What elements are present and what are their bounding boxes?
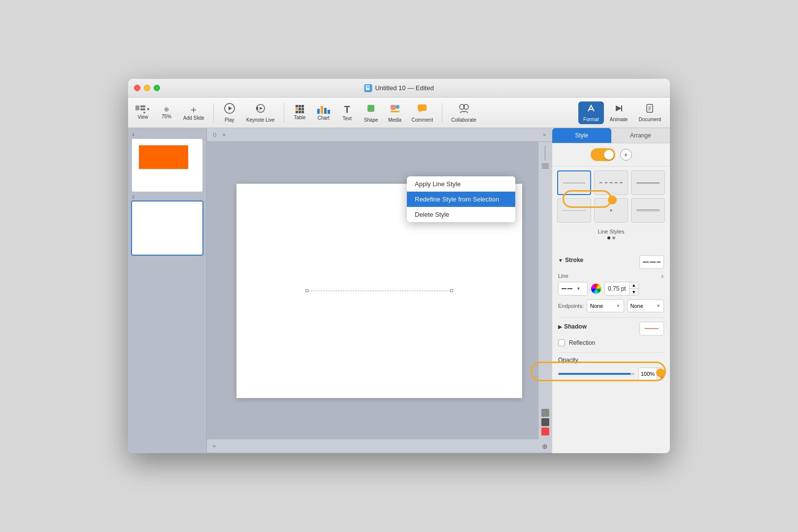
keynote-live-button[interactable]: Keynote Live [242,101,279,125]
format-button[interactable]: Format [578,101,604,124]
endpoints-right-select[interactable]: None ▼ [627,299,665,312]
swatch-gray [541,409,549,417]
table-icon [296,105,304,113]
svg-rect-1 [366,86,369,87]
tab-arrange[interactable]: Arrange [611,128,670,143]
chart-button[interactable]: Chart [313,103,334,123]
scroll-indicator [545,146,545,161]
opacity-up[interactable]: ▲ [657,367,664,374]
animate-icon [614,103,624,115]
close-button[interactable] [134,85,140,91]
opacity-slider[interactable] [558,373,634,375]
opacity-label: Opacity [558,357,664,364]
separator-1 [213,103,214,123]
preset-4[interactable] [557,198,591,223]
stroke-type-icon [643,262,661,263]
svg-marker-21 [616,105,622,111]
slide-1-thumbnail[interactable] [131,138,203,193]
dot-2 [612,236,615,239]
comment-icon [417,103,428,116]
slide-1-orange-rect [139,145,188,169]
preset-5[interactable] [594,198,628,223]
add-style-button[interactable]: + [620,149,632,161]
opacity-value[interactable]: 100% [639,371,657,377]
table-button[interactable]: Table [289,103,311,122]
collaborate-button[interactable]: Collaborate [447,101,480,125]
animate-button[interactable]: Animate [605,101,633,124]
svg-rect-2 [366,87,369,88]
comment-button[interactable]: Comment [408,101,437,125]
slides-sidebar: 1 2 [128,128,207,453]
opacity-stepper[interactable]: ▲ ▼ [657,367,664,380]
preset-6[interactable] [631,198,665,223]
stroke-size-value[interactable]: 0.75 pt [605,285,629,292]
text-button[interactable]: T Text [336,102,358,123]
minimize-button[interactable] [144,85,150,91]
opacity-down[interactable]: ▼ [657,374,664,380]
animate-label: Animate [610,117,628,122]
preset-2-line [599,182,623,183]
context-menu-item-2[interactable]: Redefine Style from Selection [407,192,515,207]
preset-1-line [563,183,586,183]
doc-icon [364,84,372,92]
chevron-left-icon[interactable]: ⟨⟩ [211,130,219,139]
svg-rect-4 [140,105,145,107]
color-swatches [541,409,549,435]
svg-marker-17 [419,111,422,113]
add-slide-button[interactable]: ＋ Add Slide [179,102,208,123]
zoom-button[interactable]: ⊕ 75% [156,104,177,121]
stepper-down[interactable]: ▼ [630,289,638,295]
document-button[interactable]: Document [633,101,666,124]
view-label: View [137,114,148,120]
line-style-picker[interactable]: ▼ [558,282,588,296]
context-menu-item-3[interactable]: Delete Style [407,207,515,222]
shape-button[interactable]: Shape [360,101,382,125]
preset-3[interactable] [631,170,665,195]
stepper-up[interactable]: ▲ [630,282,638,289]
stroke-size-stepper[interactable]: ▲ ▼ [629,282,638,295]
panel-content: ▼ Stroke Line [552,249,670,453]
bottom-arrow-icon[interactable]: » [211,441,218,451]
chart-icon [317,105,330,114]
shadow-section-header[interactable]: ▶ Shadow [558,323,587,330]
slide-2-thumbnail[interactable] [131,200,203,255]
line-collapse-icon[interactable]: ∧ [661,273,664,279]
opacity-track [631,373,634,375]
slide-1-content [132,139,202,192]
keynote-live-icon [254,103,267,116]
media-button[interactable]: Media [384,101,406,125]
endpoints-left-select[interactable]: None ▼ [587,299,624,312]
svg-rect-6 [143,112,145,113]
divider-1 [558,317,664,318]
stroke-label: Stroke [565,257,583,264]
preset-3-line [636,182,660,184]
endpoints-right-value: None [631,303,643,309]
stroke-type-button[interactable] [639,255,664,269]
line-styles-label: Line Styles [557,229,665,234]
reflection-row: Reflection [558,339,664,346]
line-toggle[interactable] [591,148,615,161]
stroke-color-picker[interactable] [591,283,601,294]
shadow-row: ▶ Shadow [558,322,664,335]
format-icon [586,103,596,115]
chevron-right-icon[interactable]: » [541,130,548,139]
reflection-checkbox[interactable] [558,339,565,346]
toolbar: ▼ View ⊕ 75% ＋ Add Slide Play [128,98,670,128]
dot-1 [607,236,610,239]
play-button[interactable]: Play [219,101,240,125]
pagination-dots [557,236,665,239]
separator-3 [442,103,442,123]
preset-2[interactable] [594,170,628,195]
context-menu-item-1[interactable]: Apply Line Style [407,176,515,192]
text-icon: T [344,104,350,114]
chart-label: Chart [317,115,329,121]
tab-style[interactable]: Style [552,128,611,143]
view-button[interactable]: ▼ View [132,103,154,122]
selection-indicator [305,289,453,292]
stroke-section-header[interactable]: ▼ Stroke [558,257,583,264]
canvas-toolbar: ⟨⟩ » » [207,128,552,142]
traffic-lights [134,85,160,91]
maximize-button[interactable] [154,85,160,91]
preset-1[interactable] [557,170,591,195]
slide-1-num: 1 [132,132,203,137]
